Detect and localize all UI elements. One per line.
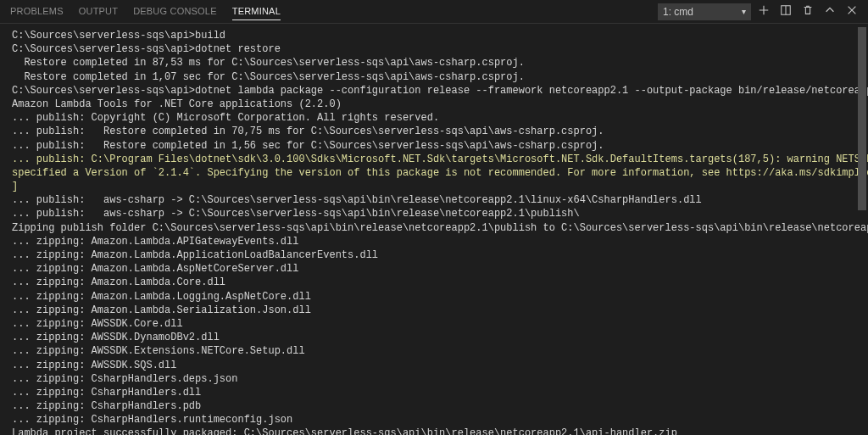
terminal-output[interactable]: C:\Sources\serverless-sqs\api>buildC:\So…	[0, 24, 868, 435]
tab-output[interactable]: OUTPUT	[79, 3, 118, 20]
terminal-line: specified a Version of `2.1.4`. Specifyi…	[12, 166, 856, 180]
terminal-line: Zipping publish folder C:\Sources\server…	[12, 221, 856, 235]
terminal-line: C:\Sources\serverless-sqs\api>dotnet lam…	[12, 84, 856, 98]
terminal-line: ]	[12, 180, 856, 193]
scrollbar-thumb[interactable]	[858, 27, 866, 210]
terminal-line: ... publish: Copyright (C) Microsoft Cor…	[12, 111, 856, 125]
terminal-line: ... zipping: AWSSDK.Extensions.NETCore.S…	[12, 344, 856, 358]
terminal-line: ... zipping: AWSSDK.DynamoDBv2.dll	[12, 331, 856, 344]
terminal-selector-wrap[interactable]: 1: cmd	[658, 3, 751, 20]
terminal-line: ... publish: aws-csharp -> C:\Sources\se…	[12, 193, 856, 207]
terminal-line: ... zipping: CsharpHandlers.pdb	[12, 399, 856, 413]
new-terminal-button[interactable]	[754, 3, 773, 21]
plus-icon	[758, 4, 770, 19]
terminal-line: ... zipping: Amazon.Lambda.APIGatewayEve…	[12, 235, 856, 248]
terminal-line: ... zipping: Amazon.Lambda.AspNetCoreSer…	[12, 262, 856, 276]
terminal-line: ... zipping: Amazon.Lambda.Logging.AspNe…	[12, 290, 856, 304]
terminal-line: C:\Sources\serverless-sqs\api>dotnet res…	[12, 42, 856, 56]
terminal-line: ... zipping: Amazon.Lambda.ApplicationLo…	[12, 248, 856, 262]
tab-problems[interactable]: PROBLEMS	[10, 3, 64, 20]
terminal-line: ... zipping: CsharpHandlers.dll	[12, 386, 856, 399]
trash-icon	[802, 4, 814, 19]
terminal-line: Restore completed in 87,53 ms for C:\Sou…	[12, 56, 856, 70]
terminal-line: ... zipping: AWSSDK.Core.dll	[12, 317, 856, 331]
close-panel-button[interactable]	[843, 3, 861, 21]
terminal-line: ... publish: C:\Program Files\dotnet\sdk…	[12, 153, 856, 166]
terminal-line: C:\Sources\serverless-sqs\api>build	[12, 29, 856, 42]
split-icon	[780, 4, 792, 19]
terminal-line: ... zipping: CsharpHandlers.runtimeconfi…	[12, 413, 856, 427]
terminal-line: ... publish: aws-csharp -> C:\Sources\se…	[12, 207, 856, 220]
terminal-line: ... publish: Restore completed in 70,75 …	[12, 125, 856, 138]
close-icon	[846, 4, 858, 19]
panel-actions: 1: cmd	[658, 3, 868, 21]
terminal-line: ... zipping: Amazon.Lambda.Core.dll	[12, 276, 856, 289]
terminal-line: Restore completed in 1,07 sec for C:\Sou…	[12, 70, 856, 84]
terminal-line: ... zipping: CsharpHandlers.deps.json	[12, 372, 856, 386]
terminal-selector[interactable]: 1: cmd	[658, 3, 751, 20]
terminal-line: ... zipping: Amazon.Lambda.Serialization…	[12, 304, 856, 317]
tab-debug-console[interactable]: DEBUG CONSOLE	[133, 3, 217, 20]
kill-terminal-button[interactable]	[798, 3, 817, 21]
panel-header: PROBLEMS OUTPUT DEBUG CONSOLE TERMINAL 1…	[0, 0, 868, 24]
tab-terminal[interactable]: TERMINAL	[232, 3, 281, 20]
terminal-line: ... publish: Restore completed in 1,56 s…	[12, 139, 856, 153]
terminal-line: ... zipping: AWSSDK.SQS.dll	[12, 359, 856, 372]
terminal-scrollbar[interactable]	[858, 27, 866, 433]
split-terminal-button[interactable]	[776, 3, 795, 21]
terminal-line: Amazon Lambda Tools for .NET Core applic…	[12, 98, 856, 111]
maximize-panel-button[interactable]	[821, 3, 839, 21]
terminal-line: Lambda project successfully packaged: C:…	[12, 427, 856, 435]
chevron-up-icon	[824, 4, 836, 19]
panel-tabs: PROBLEMS OUTPUT DEBUG CONSOLE TERMINAL	[10, 0, 281, 23]
